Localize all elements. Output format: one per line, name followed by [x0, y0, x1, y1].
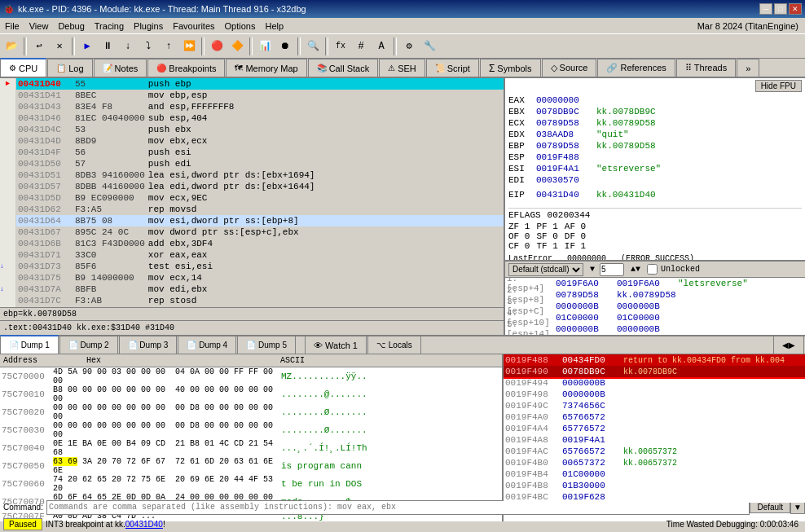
table-row[interactable]: 00431D578DBB 44160000lea edi,dword ptr d…	[16, 181, 504, 192]
menu-debug[interactable]: Debug	[53, 18, 89, 33]
flag-df[interactable]: DF 0	[565, 231, 586, 241]
tb-close[interactable]: ✕	[50, 37, 69, 56]
menu-favourites[interactable]: Favourites	[168, 18, 219, 33]
table-row[interactable]: 00431D7133C0xor eax,eax	[16, 249, 504, 261]
tb-trace[interactable]: 📊	[255, 37, 275, 56]
table-row[interactable]: 00431D7385F6test esi,esi	[16, 261, 504, 272]
menu-view[interactable]: View	[24, 18, 54, 33]
tab-call-stack[interactable]: 📚Call Stack	[308, 59, 379, 77]
tab-log[interactable]: 📋Log	[47, 59, 92, 77]
tb-patch[interactable]: 🔧	[420, 37, 439, 56]
tb-record[interactable]: ⏺	[275, 37, 295, 56]
flag-if[interactable]: IF 1	[565, 241, 586, 251]
tab-dump5[interactable]: 📄 Dump 5	[237, 336, 296, 354]
table-row[interactable]: 00431D648B75 08mov esi,dword ptr ss:[ebp…	[16, 215, 504, 226]
table-row[interactable]: 00431D418BECmov ebp,esp	[16, 90, 504, 101]
tab-script[interactable]: 📜Script	[426, 59, 479, 77]
stack-detail-row-6[interactable]: 0019F4A4 65776572	[504, 423, 805, 434]
table-row[interactable]: 75C70060 74 20 62 65 20 72 75 6E 20 69 6…	[0, 475, 502, 493]
menu-options[interactable]: Options	[220, 18, 261, 33]
tab-breakpoints[interactable]: 🔴Breakpoints	[147, 59, 225, 77]
tb-restart[interactable]: ↩	[29, 37, 49, 56]
stack-detail-row-4[interactable]: 0019F49C 7374656C	[504, 400, 805, 411]
table-row[interactable]: 00431D4681EC 04040000sub esp,404	[16, 112, 504, 124]
table-row[interactable]: 00431D62F3:A5rep movsd	[16, 204, 504, 215]
stack-detail-row-9[interactable]: 0019F4B0 00657372 kk.00657372	[504, 457, 805, 468]
tb-step-over[interactable]: ⤵	[139, 37, 158, 56]
stack-detail-row-5[interactable]: 0019F4A0 65766572	[504, 411, 805, 423]
stack-detail-row-1[interactable]: 0019F490 0078DB9C kk.0078DB9C	[504, 366, 805, 377]
tb-step-into[interactable]: ↓	[118, 37, 138, 56]
table-row[interactable]: 00431D7A8BFBmov edi,ebx	[16, 284, 504, 295]
table-row[interactable]: 00431D75B9 14000000mov ecx,14	[16, 272, 504, 284]
unlocked-checkbox[interactable]	[647, 264, 658, 275]
table-row[interactable]: 75C70010 B8 00 00 00 00 00 00 00 40 00 0…	[0, 385, 502, 403]
tab-symbols[interactable]: Σ Symbols	[480, 59, 541, 77]
minimize-button[interactable]: ─	[759, 3, 772, 15]
flag-cf[interactable]: CF 0	[508, 241, 530, 251]
tb-font[interactable]: A	[372, 37, 391, 56]
callconv-select[interactable]: Default (stdcall) __cdecl __stdcall	[508, 263, 583, 276]
tab-right-arrow[interactable]: ◀▶	[773, 336, 804, 354]
stack-detail-row-10[interactable]: 0019F4B4 01C00000	[504, 468, 805, 480]
tab-cpu[interactable]: ⚙CPU	[0, 58, 46, 77]
tab-more[interactable]: »	[737, 59, 759, 77]
tb-bp[interactable]: 🔴	[207, 37, 227, 56]
tab-dump2[interactable]: 📄 Dump 2	[59, 336, 118, 354]
table-row[interactable]: 00431D4F56push esi	[16, 147, 504, 158]
stack-detail-row-7[interactable]: 0019F4A8 0019F4A1	[504, 434, 805, 446]
flag-af[interactable]: AF 0	[565, 222, 586, 231]
tab-references[interactable]: 🔗 References	[597, 59, 675, 77]
flag-tf[interactable]: TF 1	[536, 241, 557, 251]
table-row[interactable]: 00431D7CF3:ABrep stosd	[16, 295, 504, 306]
tb-step-out[interactable]: ↑	[159, 37, 178, 56]
table-row[interactable]: 00431D5057push edi	[16, 158, 504, 169]
flag-zf[interactable]: ZF 1	[508, 222, 530, 231]
table-row[interactable]: 75C70030 00 00 00 00 00 00 00 00 00 D8 0…	[0, 421, 502, 439]
table-row[interactable]: 00431D6B81C3 F43D0000add ebx,3DF4	[16, 238, 504, 249]
tb-open[interactable]: 📂	[2, 37, 21, 56]
tb-search[interactable]: 🔍	[303, 37, 323, 56]
stack-detail-row-2[interactable]: 0019F494 0000000B	[504, 377, 805, 389]
tb-pause[interactable]: ⏸	[98, 37, 117, 56]
tab-memory-map[interactable]: 🗺Memory Map	[226, 59, 306, 77]
flag-sf[interactable]: SF 0	[536, 231, 557, 241]
tb-hash[interactable]: #	[351, 37, 371, 56]
tab-notes[interactable]: 📝Notes	[94, 59, 147, 77]
table-row[interactable]: 00431D4C53push ebx	[16, 124, 504, 135]
tab-watch[interactable]: 👁 Watch 1	[305, 336, 367, 354]
table-row[interactable]: 00431D518DB3 94160000lea esi,dword ptr d…	[16, 169, 504, 181]
table-row[interactable]: 75C70050 63 69 3A 20 70 72 6F 67 72 61 6…	[0, 457, 502, 475]
maximize-button[interactable]: □	[774, 3, 787, 15]
tab-dump4[interactable]: 📄 Dump 4	[178, 336, 236, 354]
tb-run[interactable]: ▶	[77, 37, 97, 56]
table-row[interactable]: 00431D4D8BD9mov ebx,ecx	[16, 135, 504, 147]
flag-pf[interactable]: PF 1	[536, 222, 557, 231]
tab-threads[interactable]: ⠿ Threads	[676, 59, 736, 77]
stack-detail-row-8[interactable]: 0019F4AC 65766572 kk.00657372	[504, 446, 805, 457]
stack-row-5[interactable]: 5: [esp+14] 0000000B 0000000B	[505, 323, 805, 335]
menu-help[interactable]: Help	[260, 18, 288, 33]
close-button[interactable]: ✕	[789, 3, 802, 15]
tb-hwbp[interactable]: 🔶	[227, 37, 247, 56]
tb-expr[interactable]: fx	[331, 37, 350, 56]
tb-settings[interactable]: ⚙	[399, 37, 419, 56]
table-row[interactable]: 00431D67895C 24 0Cmov dword ptr ss:[esp+…	[16, 226, 504, 238]
flag-of[interactable]: OF 0	[508, 231, 530, 241]
stack-detail-row-12[interactable]: 0019F4BC 0019F628	[504, 491, 805, 503]
menu-file[interactable]: File	[0, 18, 24, 33]
hide-fpu-button[interactable]: Hide FPU	[755, 80, 802, 92]
stack-detail-row-0[interactable]: 0019F488 00434FD0 return to kk.00434FD0 …	[504, 354, 805, 366]
menu-plugins[interactable]: Plugins	[129, 18, 168, 33]
tab-dump1[interactable]: 📄 Dump 1	[0, 335, 59, 354]
table-row[interactable]: 00431D4383E4 F8and esp,FFFFFFF8	[16, 101, 504, 112]
paused-address-link[interactable]: 00431D40	[125, 520, 163, 529]
stack-detail-row-11[interactable]: 0019F4B8 01B30000	[504, 480, 805, 491]
tab-locals[interactable]: ⌥ Locals	[367, 336, 421, 354]
menu-tracing[interactable]: Tracing	[90, 18, 129, 33]
tab-seh[interactable]: ⚠SEH	[379, 59, 425, 77]
table-row[interactable]: 75C70040 0E 1E BA 0E 00 B4 09 CD 21 B8 0…	[0, 439, 502, 457]
stack-count-input[interactable]	[600, 263, 624, 276]
table-row[interactable]: 00431D40 55 push ebp	[16, 78, 504, 90]
tab-source[interactable]: ◇ Source	[542, 59, 597, 77]
